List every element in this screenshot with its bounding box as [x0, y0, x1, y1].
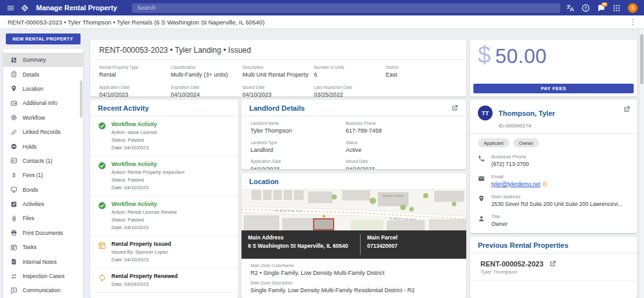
contact-role-chip[interactable]: Applicant — [478, 138, 509, 147]
sidebar-item[interactable]: Workflow — [3, 111, 83, 125]
sidebar-item-icon — [10, 100, 17, 107]
breadcrumb: RENT-000053-2023 • Tyler Thompson • Tyle… — [8, 19, 265, 26]
activity-item: Rental Property Renewed Date: 04/09/2023 — [90, 268, 238, 293]
sidebar-item[interactable]: Inspection Cases — [3, 269, 83, 283]
record-field: Number of Units 6 — [314, 65, 386, 79]
sidebar-item-icon — [10, 157, 17, 164]
sidebar-item-icon — [10, 172, 17, 179]
sidebar-item[interactable]: Activities — [3, 197, 83, 211]
sidebar-scrollbar[interactable] — [80, 80, 82, 118]
sidebar-item-label: Linked Records — [23, 129, 61, 135]
map[interactable]: Church of Christ W BENTON AVE E BENTON A… — [242, 190, 466, 259]
contact-info-value: tyler@tylerdemo.net — [491, 181, 547, 187]
field-value: East — [386, 71, 457, 79]
card-title: Previous Rental Properties — [478, 241, 569, 249]
landlord-field: Issued Date 04/10/2023 — [346, 159, 457, 169]
apps-grid-icon[interactable] — [612, 4, 621, 12]
help-icon[interactable] — [582, 4, 590, 12]
sidebar-item[interactable]: Holds — [3, 139, 83, 153]
record-field: Last Inspection Date 03/25/2022 — [314, 85, 386, 97]
more-options-icon[interactable]: ⋮ — [629, 18, 636, 26]
fee-amount: 50.00 — [495, 46, 547, 66]
previous-rental-item[interactable]: RENT-000052-2023 Tyler Thompson — [470, 254, 637, 281]
app-title: Manage Rental Property — [36, 4, 117, 12]
activity-details: Issued By: Spencer Lopez Date: 04/10/202… — [111, 248, 171, 264]
open-record-icon[interactable] — [549, 260, 556, 268]
field-value: 04/10/2024 — [171, 91, 242, 97]
fees-card: $ 50.00 PAY FEES — [470, 40, 637, 97]
field-label: Landlord Name — [251, 121, 346, 126]
sidebar-item[interactable]: Communication — [3, 283, 83, 297]
activity-details: Action: Rental License Review Status: Pa… — [111, 209, 176, 232]
field-value: 03/25/2022 — [314, 91, 386, 97]
activity-title: Rental Property Renewed — [111, 273, 178, 279]
sidebar-item-label: Additional Info — [23, 100, 57, 106]
location-card: Location Church of Christ W BENTON AVE E… — [242, 173, 466, 298]
sidebar-item-icon — [10, 129, 17, 136]
notifications-icon[interactable]: 40 — [597, 4, 605, 12]
field-value: 04/10/2023 — [346, 166, 457, 169]
sidebar-item-icon — [10, 229, 17, 236]
contact-info-label: Title — [491, 214, 507, 219]
open-contact-icon[interactable] — [623, 106, 630, 113]
contact-info-row: Business Phone (972) 713-3700 — [470, 151, 637, 171]
contact-name[interactable]: Thompson, Tyler — [498, 109, 555, 117]
menu-icon[interactable] — [6, 4, 15, 12]
sidebar-item[interactable]: Additional Info — [3, 96, 83, 110]
sidebar-item-icon — [10, 201, 17, 208]
sidebar-item[interactable]: Linked Records — [3, 125, 83, 139]
sidebar-item[interactable]: Location — [3, 82, 83, 96]
field-value: 6 — [314, 71, 386, 79]
field-value: Multi Unit Rental Property — [242, 71, 314, 79]
field-value: Single Family, Low Density Multi-Family … — [251, 287, 457, 294]
previous-rental-contact: Tyler Thompson — [480, 269, 627, 275]
contact-info-text: (972) 713-3700 — [491, 161, 529, 167]
sidebar-item-label: Holds — [23, 144, 37, 150]
previous-rental-number[interactable]: RENT-000052-2023 — [480, 260, 544, 268]
sidebar-item-label: Workflow — [23, 115, 45, 121]
contact-role-chip[interactable]: Owner — [513, 138, 539, 147]
history-icon[interactable] — [542, 182, 547, 187]
new-rental-property-button[interactable]: NEW RENTAL PROPERTY — [6, 33, 80, 44]
field-label: Status — [346, 140, 457, 145]
activity-item: Workflow Activity Action: Rental License… — [90, 196, 238, 236]
sidebar-item-label: Location — [23, 86, 43, 92]
page-scrollbar-thumb[interactable] — [640, 34, 643, 84]
user-avatar[interactable]: S — [628, 3, 638, 13]
search-input[interactable] — [132, 3, 560, 13]
field-value: 617-789-7458 — [346, 127, 457, 135]
translate-icon[interactable] — [566, 4, 574, 12]
card-title: Location — [249, 178, 279, 185]
contact-info-icon — [478, 215, 485, 222]
sidebar-item[interactable]: Summary — [3, 53, 83, 67]
sidebar-item-label: Communication — [23, 287, 61, 293]
sidebar-item-icon — [10, 215, 17, 222]
sidebar-item[interactable]: Contacts (1) — [3, 154, 83, 168]
zone-field: Main Zone Description Single Family, Low… — [251, 281, 457, 295]
field-label: Landlord Type — [251, 140, 346, 145]
sidebar-item[interactable]: Print Documents — [3, 226, 83, 240]
record-field: Description Multi Unit Rental Property — [242, 65, 314, 79]
breadcrumb-bar: RENT-000053-2023 • Tyler Thompson • Tyle… — [0, 15, 644, 29]
landlord-details-card: Landlord Details Landlord Name Tyler Tho… — [242, 100, 466, 169]
page-scrollbar[interactable] — [639, 29, 644, 298]
recent-activity-card: Recent Activity Workflow Activity Action… — [90, 100, 238, 298]
pay-fees-button[interactable]: PAY FEES — [473, 84, 634, 93]
sidebar-item[interactable]: Files — [3, 211, 83, 225]
field-value: 04/10/2023 — [99, 91, 171, 97]
card-title: Landlord Details — [249, 104, 305, 112]
field-label: Rental Property Type — [99, 65, 171, 70]
open-landlord-icon[interactable] — [451, 104, 459, 112]
sidebar-item-label: Fees (1) — [23, 172, 43, 178]
sidebar-item[interactable]: Fees (1) — [3, 168, 83, 182]
sidebar-item[interactable]: Internal Notes — [3, 254, 83, 268]
record-field: Rental Property Type Rental — [99, 65, 171, 79]
map-info-bar: Main Address 6 S Washington St Napervill… — [242, 230, 466, 259]
sidebar-item-label: Tasks — [23, 244, 37, 250]
sidebar-item[interactable]: Details — [3, 67, 83, 81]
record-title: RENT-000053-2023 • Tyler Landing • Issue… — [90, 40, 466, 60]
sidebar-item[interactable]: Tasks — [3, 240, 83, 254]
contact-id: ID-000000174 — [498, 123, 629, 129]
activity-status-icon — [98, 201, 106, 210]
sidebar-item[interactable]: Bonds — [3, 183, 83, 197]
